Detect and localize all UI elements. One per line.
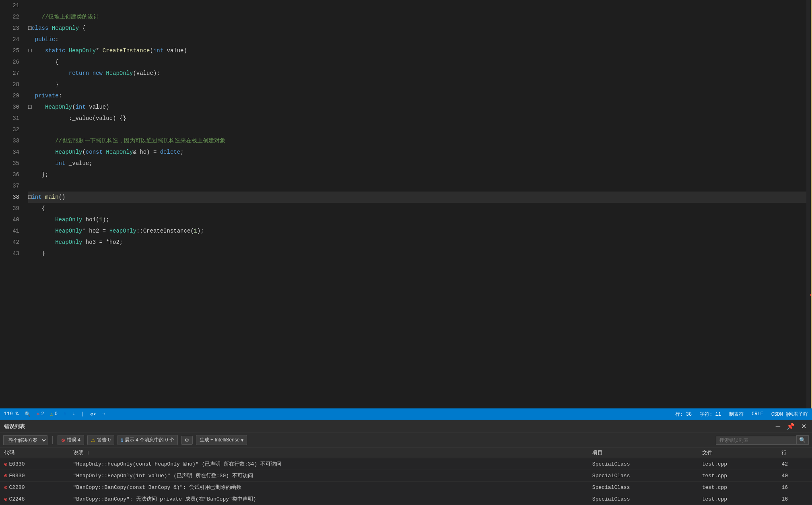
pin-button[interactable]: 📌 (785, 422, 796, 431)
code-line[interactable]: return new HeapOnly(value); (28, 68, 806, 79)
gear-filter-icon[interactable]: ⚙▾ (91, 411, 96, 417)
code-token: * (96, 45, 103, 56)
code-line[interactable]: { (28, 56, 806, 68)
error-icon: ⊗ (4, 496, 7, 503)
table-row[interactable]: ⊗C2248"BanCopy::BanCopy": 无法访问 private 成… (0, 493, 812, 505)
line-number: 35 (0, 158, 19, 169)
line-number: 23 (0, 23, 19, 34)
line-number: 38 (0, 192, 19, 203)
warn-filter-button[interactable]: ⚠ 警告 0 (87, 435, 114, 445)
code-token: * ho2 = (82, 225, 109, 237)
code-line[interactable]: HeapOnly ho1(1); (28, 214, 806, 225)
col-file: 文件 (698, 447, 778, 458)
scope-dropdown[interactable]: 整个解决方案 (3, 435, 47, 445)
code-line[interactable]: HeapOnly* ho2 = HeapOnly::CreateInstance… (28, 225, 806, 237)
encoding: 制表符 (729, 411, 744, 418)
chevron-down-icon: ▾ (241, 437, 243, 443)
close-panel-button[interactable]: ✕ (800, 422, 808, 431)
nav-right[interactable]: → (102, 411, 105, 417)
error-icon: ⊗ (4, 461, 7, 468)
search-box: 🔍 (716, 435, 809, 445)
table-row[interactable]: ⊗E0330"HeapOnly::HeapOnly(const HeapOnly… (0, 458, 812, 470)
code-line[interactable]: :_value(value) {} (28, 113, 806, 124)
code-token: HeapOnly (69, 45, 96, 56)
error-code-cell: ⊗C2280 (0, 482, 69, 493)
search-button[interactable]: 🔍 (796, 435, 809, 445)
error-panel-title: 错误列表 (4, 423, 25, 430)
code-line[interactable]: } (28, 248, 806, 259)
toolbar-divider (52, 436, 53, 444)
code-token: int (31, 192, 41, 203)
nav-down[interactable]: ↓ (72, 411, 75, 417)
code-line[interactable] (28, 124, 806, 135)
error-filter-button[interactable]: ⊗ 错误 4 (58, 435, 84, 445)
info-filter-button[interactable]: ℹ 展示 4 个消息中的 0 个 (117, 435, 178, 445)
code-line[interactable] (28, 0, 806, 11)
filter-icon-button[interactable]: ⚙ (181, 436, 193, 445)
code-token: delete (160, 146, 180, 158)
code-line[interactable]: HeapOnly ho3 = *ho2; (28, 237, 806, 248)
line-number: 32 (0, 124, 19, 135)
code-token: ::CreateInstance( (136, 225, 194, 237)
error-code-text: E0330 (9, 461, 25, 467)
line-number: 39 (0, 203, 19, 214)
error-table-head: 代码 说明 ↑ 项目 文件 行 (0, 447, 812, 458)
table-row[interactable]: ⊗E0330"HeapOnly::HeapOnly(int value)" (已… (0, 470, 812, 482)
error-project-cell: SpecialClass (588, 458, 698, 470)
code-line[interactable]: □class HeapOnly { (28, 23, 806, 34)
code-line[interactable]: }; (28, 169, 806, 180)
code-line[interactable] (28, 180, 806, 192)
code-line[interactable]: □int main() (28, 192, 806, 203)
line-number: 27 (0, 68, 19, 79)
info-filter-icon: ℹ (121, 437, 123, 443)
code-line[interactable]: □ static HeapOnly* CreateInstance(int va… (28, 45, 806, 56)
panel-controls: ─ 📌 ✕ (774, 422, 808, 431)
code-token: main (45, 192, 59, 203)
code-token: }; (28, 169, 48, 180)
code-token: ho1( (82, 214, 99, 225)
line-numbers: 2122232425262728293031323334353637383940… (0, 0, 24, 408)
code-token: HeapOnly (52, 23, 79, 34)
error-desc-cell: "HeapOnly::HeapOnly(const HeapOnly &ho)"… (69, 458, 588, 470)
error-line-cell: 40 (777, 470, 812, 482)
code-content[interactable]: //仅堆上创建类的设计□class HeapOnly { public:□ st… (24, 0, 806, 408)
code-token: 1 (194, 225, 197, 237)
nav-up[interactable]: ↑ (64, 411, 66, 417)
code-token: { (28, 203, 45, 214)
search-input[interactable] (716, 436, 796, 445)
code-line[interactable]: public: (28, 34, 806, 45)
code-token: ho3 = *ho2; (82, 237, 123, 248)
code-line[interactable]: } (28, 79, 806, 90)
auto-hide-button[interactable]: ─ (774, 422, 782, 431)
code-line[interactable]: int _value; (28, 158, 806, 169)
line-number: 26 (0, 56, 19, 68)
status-bar-right: 行: 38 字符: 11 制表符 CRLF CSDN @风君子吖 (675, 411, 808, 418)
code-token: public (35, 34, 55, 45)
line-number: 41 (0, 225, 19, 237)
error-line-cell: 42 (777, 458, 812, 470)
line-number: 43 (0, 248, 19, 259)
error-project-cell: SpecialClass (588, 493, 698, 505)
code-token: _value; (65, 158, 92, 169)
code-editor[interactable]: 2122232425262728293031323334353637383940… (0, 0, 812, 408)
code-token: 1 (99, 214, 102, 225)
code-line[interactable]: □ HeapOnly(int value) (28, 101, 806, 113)
code-line[interactable]: HeapOnly(const HeapOnly& ho) = delete; (28, 146, 806, 158)
code-line[interactable]: { (28, 203, 806, 214)
line-number: 42 (0, 237, 19, 248)
code-line[interactable]: private: (28, 90, 806, 101)
code-token: CreateInstance (103, 45, 150, 56)
code-token: ( (150, 45, 153, 56)
code-line[interactable]: //仅堆上创建类的设计 (28, 11, 806, 23)
line-number: 40 (0, 214, 19, 225)
code-token: ; (180, 146, 183, 158)
error-code-cell: ⊗E0330 (0, 470, 69, 482)
code-line[interactable]: //也要限制一下拷贝构造，因为可以通过拷贝构造来在栈上创建对象 (28, 135, 806, 146)
line-number: 34 (0, 146, 19, 158)
line-number: 29 (0, 90, 19, 101)
build-filter-button[interactable]: 生成 + IntelliSense ▾ (196, 435, 247, 445)
table-row[interactable]: ⊗C2280"BanCopy::BanCopy(const BanCopy &)… (0, 482, 812, 493)
scrollbar[interactable] (806, 0, 812, 408)
error-table-header-row: 代码 说明 ↑ 项目 文件 行 (0, 447, 812, 458)
error-file-cell: test.cpp (698, 482, 778, 493)
